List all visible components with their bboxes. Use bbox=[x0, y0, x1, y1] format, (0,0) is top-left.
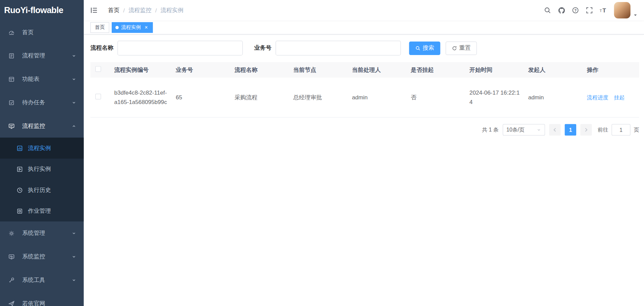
column-header-actions: 操作 bbox=[583, 65, 639, 74]
tab-close-icon[interactable]: × bbox=[143, 24, 149, 30]
cell-instance-id: b3dfe4c8-2c82-11ef-a165-1a568095b99c bbox=[110, 88, 172, 107]
pulse-monitor-icon bbox=[8, 253, 15, 260]
column-header-start-time: 开始时间 bbox=[465, 65, 524, 74]
pagination: 共 1 条 10条/页 1 前往 页 bbox=[90, 124, 639, 136]
monitor-chart-icon bbox=[8, 123, 15, 130]
app-title: RuoYi-flowable bbox=[4, 5, 63, 15]
cell-start-time: 2024-06-17 16:22:14 bbox=[465, 88, 524, 107]
svg-text:T: T bbox=[600, 9, 602, 13]
sidebar-item-label: 流程管理 bbox=[22, 52, 45, 59]
select-all-checkbox[interactable] bbox=[95, 66, 101, 72]
column-header-business-no: 业务号 bbox=[172, 65, 230, 74]
sidebar-subitem-label: 执行历史 bbox=[28, 186, 51, 194]
chevron-down-icon bbox=[71, 100, 76, 105]
github-icon[interactable] bbox=[556, 4, 567, 17]
search-button-label: 搜索 bbox=[423, 44, 434, 52]
sidebar-subitem-execution-history[interactable]: 执行历史 bbox=[0, 180, 84, 200]
sidebar-subitem-label: 作业管理 bbox=[28, 207, 51, 215]
cell-business-no: 65 bbox=[172, 93, 230, 102]
page-number-button[interactable]: 1 bbox=[565, 124, 576, 136]
table-row: b3dfe4c8-2c82-11ef-a165-1a568095b99c 65 … bbox=[90, 78, 639, 117]
sidebar-item-official-site[interactable]: 若依官网 bbox=[0, 292, 84, 306]
column-header-initiator: 发起人 bbox=[524, 65, 583, 74]
chevron-right-icon bbox=[583, 127, 589, 133]
process-name-input[interactable] bbox=[117, 41, 243, 55]
chevron-up-icon bbox=[71, 123, 76, 129]
sidebar-item-label: 功能表 bbox=[22, 75, 39, 83]
table-icon bbox=[8, 76, 15, 83]
column-header-suspended: 是否挂起 bbox=[407, 65, 465, 74]
sidebar-subitem-job-management[interactable]: 作业管理 bbox=[0, 201, 84, 221]
sidebar-item-feature-table[interactable]: 功能表 bbox=[0, 67, 84, 91]
tab-process-instance[interactable]: 流程实例 × bbox=[112, 22, 153, 33]
breadcrumb-item-process-monitor[interactable]: 流程监控 bbox=[128, 7, 152, 14]
process-instance-table: 流程实例编号 业务号 流程名称 当前节点 当前处理人 是否挂起 开始时间 发起人… bbox=[90, 62, 639, 117]
user-menu[interactable] bbox=[614, 2, 638, 18]
process-progress-link[interactable]: 流程进度 bbox=[587, 94, 608, 100]
chevron-left-icon bbox=[552, 127, 558, 133]
row-checkbox[interactable] bbox=[95, 94, 101, 99]
sidebar-item-system-tools[interactable]: 系统工具 bbox=[0, 268, 84, 292]
sidebar-item-system-management[interactable]: 系统管理 bbox=[0, 221, 84, 245]
sidebar-subitem-label: 流程实例 bbox=[28, 144, 51, 152]
sidebar-item-label: 流程监控 bbox=[22, 122, 45, 130]
app-root: RuoYi-flowable 首页 流程管理 功能表 待办任务 流程监控 bbox=[0, 0, 644, 306]
column-header-current-node: 当前节点 bbox=[289, 65, 348, 74]
search-icon bbox=[415, 45, 421, 51]
sidebar-item-label: 系统监控 bbox=[22, 253, 45, 260]
fullscreen-icon[interactable] bbox=[584, 4, 595, 17]
chevron-down-icon bbox=[71, 254, 76, 259]
reset-button-label: 重置 bbox=[459, 44, 471, 52]
hamburger-icon[interactable] bbox=[90, 6, 98, 14]
play-box-icon bbox=[16, 166, 23, 172]
sidebar-subitem-execution-instance[interactable]: 执行实例 bbox=[0, 159, 84, 180]
table-header: 流程实例编号 业务号 流程名称 当前节点 当前处理人 是否挂起 开始时间 发起人… bbox=[90, 62, 639, 78]
column-header-process-name: 流程名称 bbox=[230, 65, 289, 74]
sidebar-item-process-management[interactable]: 流程管理 bbox=[0, 44, 84, 67]
page-content: 流程名称 业务号 搜索 重置 流程实例编号 业务号 bbox=[84, 35, 644, 306]
page-size-select[interactable]: 10条/页 bbox=[503, 124, 545, 136]
goto-page-input[interactable] bbox=[611, 124, 630, 136]
sidebar: RuoYi-flowable 首页 流程管理 功能表 待办任务 流程监控 bbox=[0, 0, 84, 306]
tab-home[interactable]: 首页 bbox=[90, 22, 109, 33]
sidebar-item-home[interactable]: 首页 bbox=[0, 20, 84, 44]
chevron-down-icon bbox=[71, 53, 76, 58]
cell-process-name: 采购流程 bbox=[230, 93, 289, 102]
search-icon[interactable] bbox=[542, 4, 553, 17]
sidebar-item-process-monitor[interactable]: 流程监控 bbox=[0, 114, 84, 138]
goto-label: 前往 bbox=[598, 126, 608, 134]
suspend-link[interactable]: 挂起 bbox=[614, 94, 625, 100]
breadcrumb-item-home[interactable]: 首页 bbox=[108, 7, 119, 14]
dashboard-icon bbox=[8, 29, 15, 36]
sidebar-item-label: 首页 bbox=[22, 29, 34, 36]
reset-button[interactable]: 重置 bbox=[446, 41, 477, 55]
main-area: 首页 / 流程监控 / 流程实例 ? bbox=[84, 0, 644, 306]
chevron-down-icon bbox=[71, 76, 76, 82]
chevron-down-icon bbox=[71, 277, 76, 283]
sidebar-subitem-process-instance[interactable]: 流程实例 bbox=[0, 138, 84, 158]
sidebar-item-system-monitor[interactable]: 系统监控 bbox=[0, 245, 84, 268]
svg-text:T: T bbox=[602, 7, 606, 14]
sidebar-subitem-label: 执行实例 bbox=[28, 165, 51, 173]
active-dot-icon bbox=[115, 26, 119, 29]
refresh-icon bbox=[452, 45, 457, 51]
business-no-input[interactable] bbox=[276, 41, 401, 55]
prev-page-button[interactable] bbox=[549, 124, 560, 136]
chevron-down-icon bbox=[536, 128, 541, 133]
filter-form: 流程名称 业务号 搜索 重置 bbox=[90, 41, 639, 55]
bar-chart-icon bbox=[16, 145, 23, 152]
history-clock-icon bbox=[16, 187, 23, 194]
nested-box-icon bbox=[16, 208, 23, 214]
tags-view: 首页 流程实例 × bbox=[84, 20, 644, 35]
todo-check-icon bbox=[8, 99, 15, 106]
avatar[interactable] bbox=[614, 2, 631, 18]
sidebar-item-label: 待办任务 bbox=[22, 99, 45, 106]
sidebar-item-label: 若依官网 bbox=[22, 300, 45, 306]
search-button[interactable]: 搜索 bbox=[409, 41, 440, 55]
help-icon[interactable]: ? bbox=[570, 4, 581, 17]
next-page-button[interactable] bbox=[580, 124, 592, 136]
pagination-total: 共 1 条 bbox=[482, 126, 499, 134]
chevron-down-icon bbox=[71, 231, 76, 236]
sidebar-item-todo-tasks[interactable]: 待办任务 bbox=[0, 91, 84, 114]
font-size-icon[interactable]: TT bbox=[598, 4, 609, 17]
